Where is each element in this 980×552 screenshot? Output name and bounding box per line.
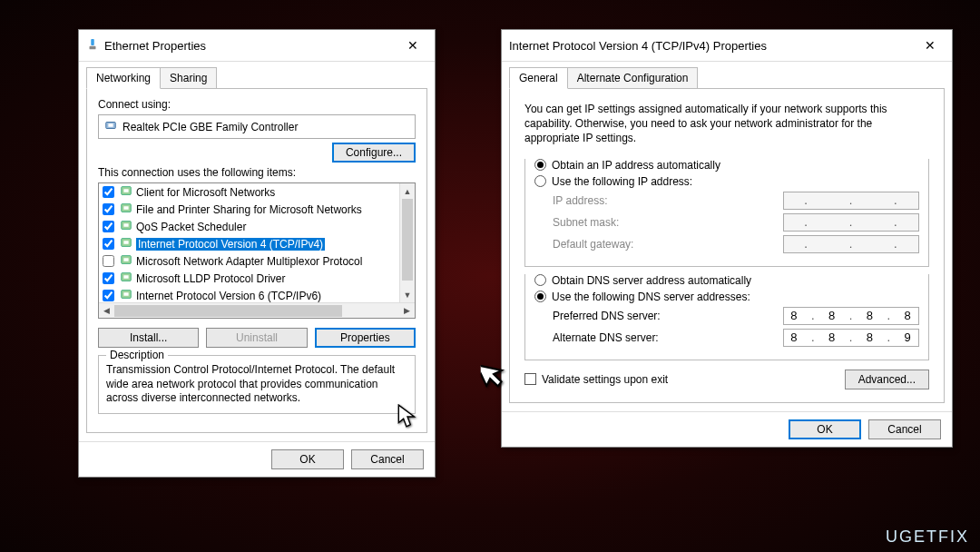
ip-octet[interactable]: 8: [828, 309, 836, 322]
tab-general[interactable]: General: [509, 67, 568, 89]
ip-octet[interactable]: 8: [790, 309, 798, 322]
list-item[interactable]: Internet Protocol Version 6 (TCP/IPv6): [99, 287, 399, 302]
ip-octet[interactable]: 8: [867, 330, 874, 344]
cancel-button[interactable]: Cancel: [868, 419, 941, 439]
svg-rect-17: [123, 292, 128, 296]
list-item[interactable]: Internet Protocol Version 4 (TCP/IPv4): [99, 235, 399, 252]
ip-octet[interactable]: 8: [867, 309, 874, 322]
network-items-listbox[interactable]: Client for Microsoft NetworksFile and Pr…: [98, 182, 416, 319]
radio-icon: [534, 274, 546, 286]
item-checkbox[interactable]: [103, 255, 114, 267]
advanced-button[interactable]: Advanced...: [845, 370, 929, 389]
item-label: QoS Packet Scheduler: [136, 221, 246, 233]
ip-octet[interactable]: 8: [790, 330, 798, 344]
titlebar[interactable]: Ethernet Properties ✕: [79, 30, 435, 62]
item-checkbox[interactable]: [103, 290, 114, 301]
svg-rect-0: [91, 38, 94, 44]
radio-label: Use the following DNS server addresses:: [552, 291, 750, 303]
ip-dot: .: [811, 309, 816, 322]
adapter-field[interactable]: Realtek PCIe GBE Family Controller: [98, 114, 416, 139]
vertical-scrollbar[interactable]: ▲ ▼: [399, 183, 415, 302]
checkbox-icon: [524, 373, 536, 385]
scroll-thumb[interactable]: [402, 199, 413, 281]
ip-octet[interactable]: 9: [905, 330, 912, 344]
configure-button[interactable]: Configure...: [332, 143, 416, 163]
list-item[interactable]: Microsoft Network Adapter Multiplexor Pr…: [99, 252, 399, 270]
radio-obtain-dns-auto[interactable]: Obtain DNS server address automatically: [534, 274, 919, 287]
scroll-right-button[interactable]: ▶: [399, 303, 415, 318]
subnet-mask-label: Subnet mask:: [553, 216, 619, 229]
scroll-down-button[interactable]: ▼: [400, 287, 415, 302]
description-text: Transmission Control Protocol/Internet P…: [106, 363, 407, 406]
alternate-dns-field[interactable]: 8.8.8.9: [783, 329, 919, 347]
protocol-icon: [120, 271, 132, 286]
svg-rect-15: [123, 275, 128, 279]
adapter-icon: [104, 119, 117, 134]
preferred-dns-field[interactable]: 8.8.8.8: [783, 307, 919, 325]
ethernet-properties-dialog: Ethernet Properties ✕ Networking Sharing…: [78, 29, 436, 478]
list-item[interactable]: File and Printer Sharing for Microsoft N…: [99, 201, 399, 218]
ip-octet[interactable]: 8: [828, 330, 836, 344]
item-label: Client for Microsoft Networks: [136, 186, 275, 199]
properties-button[interactable]: Properties: [315, 328, 416, 348]
ip-dot: .: [887, 309, 891, 322]
watermark: UGETFIX: [886, 527, 969, 547]
item-checkbox[interactable]: [103, 272, 114, 284]
subnet-mask-field: ...: [783, 213, 919, 232]
svg-rect-5: [123, 189, 128, 192]
ip-address-field: ...: [783, 192, 919, 210]
radio-use-dns[interactable]: Use the following DNS server addresses:: [534, 291, 919, 303]
radio-icon: [534, 159, 546, 171]
list-item[interactable]: QoS Packet Scheduler: [99, 218, 399, 235]
tab-sharing[interactable]: Sharing: [160, 67, 217, 89]
radio-obtain-ip-auto[interactable]: Obtain an IP address automatically: [534, 159, 919, 172]
item-label: Internet Protocol Version 6 (TCP/IPv6): [136, 290, 321, 302]
radio-label: Obtain DNS server address automatically: [552, 274, 751, 287]
validate-checkbox[interactable]: Validate settings upon exit: [524, 373, 668, 386]
svg-rect-9: [123, 223, 128, 227]
radio-use-ip[interactable]: Use the following IP address:: [534, 175, 919, 188]
protocol-icon: [120, 288, 132, 302]
default-gateway-field: ...: [783, 235, 919, 253]
cancel-button[interactable]: Cancel: [351, 449, 424, 469]
ip-dot: .: [849, 309, 854, 322]
item-checkbox[interactable]: [103, 238, 114, 250]
scroll-left-button[interactable]: ◀: [99, 303, 114, 318]
scroll-up-button[interactable]: ▲: [400, 183, 415, 199]
svg-rect-11: [123, 241, 128, 244]
hscroll-thumb[interactable]: [114, 305, 342, 317]
protocol-icon: [120, 236, 132, 251]
preferred-dns-label: Preferred DNS server:: [553, 310, 661, 322]
ok-button[interactable]: OK: [271, 449, 344, 469]
close-button[interactable]: ✕: [398, 35, 427, 55]
list-item[interactable]: Client for Microsoft Networks: [99, 183, 399, 201]
install-button[interactable]: Install...: [98, 328, 199, 348]
tab-alternate-configuration[interactable]: Alternate Configuration: [567, 67, 699, 89]
item-checkbox[interactable]: [103, 203, 114, 215]
item-label: Internet Protocol Version 4 (TCP/IPv4): [136, 238, 325, 251]
svg-rect-7: [123, 206, 128, 210]
horizontal-scrollbar[interactable]: ◀ ▶: [99, 302, 415, 318]
ip-octet[interactable]: 8: [905, 309, 912, 322]
svg-rect-13: [123, 258, 128, 261]
radio-icon: [534, 175, 546, 187]
protocol-icon: [120, 184, 132, 200]
close-button[interactable]: ✕: [916, 35, 945, 55]
radio-icon: [534, 291, 546, 302]
intro-text: You can get IP settings assigned automat…: [524, 102, 929, 146]
ok-button[interactable]: OK: [789, 419, 861, 439]
svg-rect-3: [108, 123, 113, 127]
ip-dot: .: [811, 330, 816, 344]
ip-address-label: IP address:: [553, 194, 607, 207]
ip-dot: .: [887, 330, 891, 344]
description-label: Description: [106, 349, 168, 361]
connect-using-label: Connect using:: [98, 98, 416, 111]
ipv4-properties-dialog: Internet Protocol Version 4 (TCP/IPv4) P…: [501, 29, 953, 448]
item-checkbox[interactable]: [103, 221, 114, 232]
tab-networking[interactable]: Networking: [86, 67, 161, 89]
list-item[interactable]: Microsoft LLDP Protocol Driver: [99, 270, 399, 287]
uninstall-button: Uninstall: [206, 328, 307, 348]
item-checkbox[interactable]: [103, 186, 114, 198]
svg-rect-1: [90, 45, 96, 49]
titlebar[interactable]: Internet Protocol Version 4 (TCP/IPv4) P…: [502, 30, 952, 62]
